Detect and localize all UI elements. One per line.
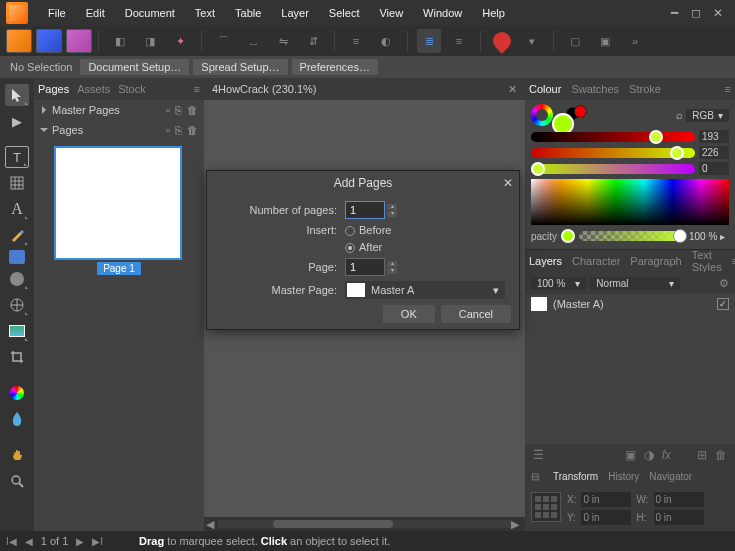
page-number-spinner[interactable]: ▴▾ bbox=[387, 261, 397, 274]
transform-x-field[interactable] bbox=[581, 492, 631, 507]
layers-panel-menu-icon[interactable]: ≡ bbox=[732, 255, 735, 267]
context-preferences-button[interactable]: Preferences… bbox=[292, 59, 378, 75]
tool-rectangle[interactable] bbox=[9, 250, 25, 264]
tool-shape[interactable] bbox=[5, 294, 29, 316]
slider-blue-value[interactable]: 0 bbox=[699, 162, 729, 175]
layers-stack-icon[interactable]: ☰ bbox=[533, 448, 544, 462]
horizontal-scrollbar[interactable]: ◀ ▶ bbox=[204, 517, 525, 531]
menu-text[interactable]: Text bbox=[185, 3, 225, 23]
tab-assets[interactable]: Assets bbox=[77, 83, 110, 95]
pages-dup-icon[interactable]: ⎘ bbox=[175, 124, 182, 136]
status-prev-page-icon[interactable]: ◀ bbox=[25, 536, 33, 547]
toolbar-baseline-icon[interactable]: ≡ bbox=[344, 29, 368, 53]
tool-pen[interactable] bbox=[5, 224, 29, 246]
transform-h-field[interactable] bbox=[654, 510, 704, 525]
panel-menu-icon[interactable]: ≡ bbox=[194, 83, 200, 95]
tool-frame-text[interactable]: T bbox=[5, 146, 29, 168]
tool-fill[interactable] bbox=[5, 382, 29, 404]
swatch-recent[interactable] bbox=[574, 105, 587, 118]
tab-swatches[interactable]: Swatches bbox=[571, 83, 619, 95]
window-minimize-icon[interactable]: ━ bbox=[663, 6, 685, 20]
colour-wheel-icon[interactable] bbox=[531, 104, 553, 126]
tool-ellipse[interactable] bbox=[5, 268, 29, 290]
layers-delete-icon[interactable]: 🗑 bbox=[715, 448, 727, 462]
pages-delete-icon[interactable]: 🗑 bbox=[187, 124, 198, 136]
menu-document[interactable]: Document bbox=[115, 3, 185, 23]
context-document-setup-button[interactable]: Document Setup… bbox=[80, 59, 189, 75]
tool-zoom[interactable] bbox=[5, 470, 29, 492]
tool-transparency[interactable] bbox=[5, 408, 29, 430]
toolbar-arrange-front-icon[interactable]: ◨ bbox=[138, 29, 162, 53]
menu-layer[interactable]: Layer bbox=[271, 3, 319, 23]
menu-file[interactable]: File bbox=[38, 3, 76, 23]
layer-blend-dropdown[interactable]: Normal▾ bbox=[590, 277, 680, 290]
layers-add-icon[interactable]: ⊞ bbox=[697, 448, 707, 462]
toolbar-wrap-icon[interactable]: ▣ bbox=[593, 29, 617, 53]
slider-red-value[interactable]: 193 bbox=[699, 130, 729, 143]
toolbar-align-top-icon[interactable]: ⎴ bbox=[211, 29, 235, 53]
window-maximize-icon[interactable]: ◻ bbox=[685, 6, 707, 20]
document-tab-close-icon[interactable]: ✕ bbox=[508, 83, 517, 96]
dialog-close-icon[interactable]: ✕ bbox=[503, 176, 513, 190]
tab-transform[interactable]: Transform bbox=[553, 471, 598, 482]
slider-red[interactable]: 193 bbox=[531, 130, 729, 143]
toolbar-preview-icon[interactable]: ◐ bbox=[374, 29, 398, 53]
toolbar-text-align-icon[interactable]: ≣ bbox=[417, 29, 441, 53]
toolbar-more-icon[interactable]: » bbox=[623, 29, 647, 53]
status-first-page-icon[interactable]: I◀ bbox=[6, 536, 17, 547]
tab-layers[interactable]: Layers bbox=[529, 255, 562, 267]
colour-panel-menu-icon[interactable]: ≡ bbox=[725, 83, 731, 95]
tool-pan[interactable] bbox=[5, 444, 29, 466]
dialog-ok-button[interactable]: OK bbox=[383, 305, 435, 323]
colour-mode-dropdown[interactable]: RGB ▾ bbox=[686, 109, 729, 122]
document-tab[interactable]: 4HowCrack (230.1%) ✕ bbox=[204, 78, 525, 100]
tab-textstyles[interactable]: Text Styles bbox=[692, 249, 722, 273]
toolbar-sparkle-icon[interactable]: ✦ bbox=[168, 29, 192, 53]
tab-history[interactable]: History bbox=[608, 471, 639, 482]
status-next-page-icon[interactable]: ▶ bbox=[76, 536, 84, 547]
window-close-icon[interactable]: ✕ bbox=[707, 6, 729, 20]
transform-y-field[interactable] bbox=[581, 510, 631, 525]
menu-table[interactable]: Table bbox=[225, 3, 271, 23]
layers-adjust-icon[interactable]: ◑ bbox=[644, 448, 654, 462]
persona-publisher-icon[interactable] bbox=[6, 29, 32, 53]
slider-blue[interactable]: 0 bbox=[531, 162, 729, 175]
tool-artistic-text[interactable]: A bbox=[5, 198, 29, 220]
toolbar-align-center-icon[interactable]: ≡ bbox=[447, 29, 471, 53]
toolbar-snap-dropdown-icon[interactable]: ▾ bbox=[520, 29, 544, 53]
menu-help[interactable]: Help bbox=[472, 3, 515, 23]
slider-green[interactable]: 226 bbox=[531, 146, 729, 159]
tool-crop[interactable] bbox=[5, 346, 29, 368]
master-add-icon[interactable]: ▫ bbox=[166, 104, 170, 116]
insert-before-radio[interactable] bbox=[345, 226, 355, 236]
scroll-left-icon[interactable]: ◀ bbox=[206, 518, 218, 531]
toolbar-arrange-back-icon[interactable]: ◧ bbox=[108, 29, 132, 53]
master-delete-icon[interactable]: 🗑 bbox=[187, 104, 198, 116]
tool-node[interactable]: ▶ bbox=[5, 110, 29, 132]
status-last-page-icon[interactable]: ▶I bbox=[92, 536, 103, 547]
menu-select[interactable]: Select bbox=[319, 3, 370, 23]
toolbar-constraints-icon[interactable]: ▢ bbox=[563, 29, 587, 53]
number-of-pages-field[interactable] bbox=[345, 201, 385, 219]
toolbar-flip-v-icon[interactable]: ⇵ bbox=[301, 29, 325, 53]
menu-view[interactable]: View bbox=[369, 3, 413, 23]
tab-pages[interactable]: Pages bbox=[38, 83, 69, 95]
layers-fx-icon[interactable]: fx bbox=[662, 448, 671, 462]
tool-move[interactable] bbox=[5, 84, 29, 106]
tab-navigator[interactable]: Navigator bbox=[649, 471, 692, 482]
layer-visibility-checkbox[interactable]: ✓ bbox=[717, 298, 729, 310]
slider-green-value[interactable]: 226 bbox=[699, 146, 729, 159]
scroll-right-icon[interactable]: ▶ bbox=[511, 518, 523, 531]
master-dup-icon[interactable]: ⎘ bbox=[175, 104, 182, 116]
tab-character[interactable]: Character bbox=[572, 255, 620, 267]
opacity-value[interactable]: 100 %▸ bbox=[689, 231, 729, 242]
page-thumbnail-1[interactable] bbox=[54, 146, 182, 260]
transform-lock-icon[interactable]: ⊟ bbox=[531, 471, 539, 482]
insert-after-radio[interactable] bbox=[345, 243, 355, 253]
menu-window[interactable]: Window bbox=[413, 3, 472, 23]
layers-settings-icon[interactable]: ⚙ bbox=[719, 277, 729, 290]
scroll-thumb[interactable] bbox=[273, 520, 393, 528]
tool-table[interactable] bbox=[5, 172, 29, 194]
colour-picker-icon[interactable]: ⌕ bbox=[676, 109, 683, 121]
menu-edit[interactable]: Edit bbox=[76, 3, 115, 23]
